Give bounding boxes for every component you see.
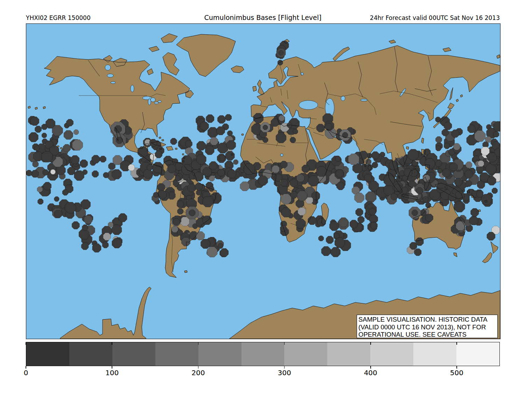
colorbar-tick [198,342,199,345]
chart-title: Cumulonimbus Bases [Flight Level] [204,14,322,21]
colorbar-tick [284,342,285,345]
colorbar-tick-label: 500 [450,369,463,377]
world-map [26,24,500,339]
world-map-frame [26,23,500,339]
colorbar-tick-label: 300 [278,369,291,377]
colorbar-segments [26,342,500,366]
colorbar-segment [370,342,413,366]
colorbar-segment [456,342,499,366]
colorbar-tick [284,366,285,369]
colorbar-tick [456,342,457,345]
colorbar-segment [26,342,69,366]
colorbar-tick [370,366,371,369]
colorbar-tick [26,366,26,369]
colorbar-tick-label: 400 [364,369,377,377]
colorbar-tick [112,342,112,345]
disclaimer-line: (VALID 0000 UTC 16 NOV 2013), NOT FOR [358,323,497,331]
colorbar-segment [241,342,285,366]
bulletin-id: YHXI02 EGRR 150000 [26,14,91,21]
colorbar-tick-label: 200 [191,369,205,377]
disclaimer-box: SAMPLE VISUALISATION. HISTORIC DATA (VAL… [357,315,498,338]
colorbar-tick [112,366,112,369]
colorbar-tick-label: 0 [24,369,28,377]
colorbar-segment [413,342,456,366]
colorbar-segment [155,342,198,366]
colorbar-segment [198,342,241,366]
colorbar-segment [69,342,112,366]
colorbar-tick [198,366,199,369]
forecast-validity: 24hr Forecast valid 00UTC Sat Nov 16 201… [370,14,500,21]
colorbar-tick [456,366,457,369]
colorbar-tick [370,342,371,345]
disclaimer-line: OPERATIONAL USE. SEE CAVEATS [358,331,497,338]
colorbar-tick-label: 100 [105,369,119,377]
disclaimer-line: SAMPLE VISUALISATION. HISTORIC DATA [358,316,497,323]
colorbar-segment [112,342,155,366]
colorbar: 0100200300400500 [26,342,500,366]
colorbar-segment [284,342,327,366]
colorbar-segment [327,342,370,366]
colorbar-tick [26,342,26,345]
